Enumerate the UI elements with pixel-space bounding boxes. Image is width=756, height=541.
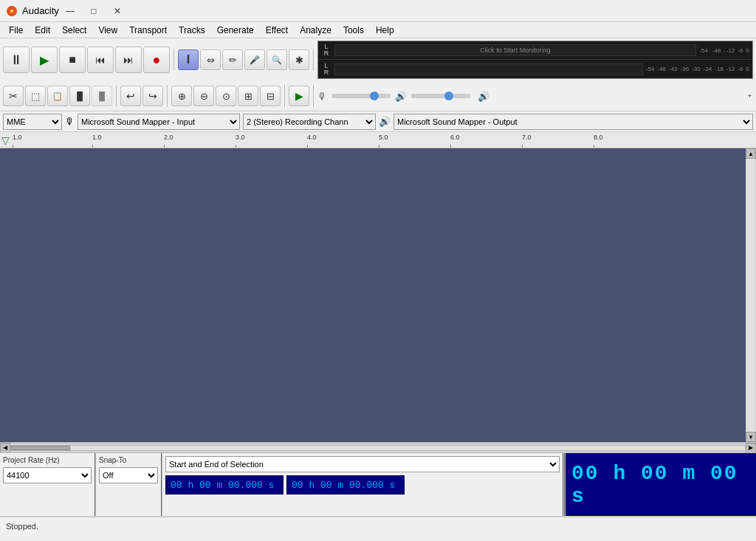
multi-tool[interactable]: ✱ (289, 49, 309, 70)
ruler-tick-2 (164, 145, 165, 148)
sel-inputs: 00 h 00 m 00.000 s 00 h 00 m 00.000 s (165, 475, 560, 495)
ruler-label-4: 4.0 (307, 134, 317, 141)
input-device-select[interactable]: Microsoft Sound Mapper - Input (78, 114, 240, 130)
menu-select[interactable]: Select (56, 22, 92, 38)
pause-button[interactable]: ⏸ (3, 46, 30, 73)
menu-file[interactable]: File (3, 22, 29, 38)
paste-button[interactable]: 📋 (47, 86, 68, 106)
menu-edit[interactable]: Edit (29, 22, 56, 38)
ruler-label-1: 1.0 (92, 134, 102, 141)
playback-meter-scale: -54 -48 -42 -36 -30 -24 -18 -12 -6 0 (646, 66, 749, 72)
scroll-h-track[interactable] (10, 445, 746, 451)
record-meter-bar[interactable]: Click to Start Monitoring (334, 44, 696, 56)
host-select[interactable]: MME (3, 114, 62, 130)
mic-icon: 🎙 (317, 91, 327, 102)
playback-meter-label: LR (321, 63, 331, 76)
redo-button[interactable]: ↪ (142, 86, 163, 106)
selection-bar: Project Rate (Hz) 44100 Snap-To Off Star… (0, 453, 756, 517)
big-time-value: 00 h 00 m 00 s (571, 462, 750, 508)
silence-button[interactable]: ▐▌ (92, 86, 112, 106)
mic-volume-slider[interactable] (331, 94, 391, 98)
mic-device-icon: 🎙 (65, 116, 75, 127)
ruler-tick-5 (379, 145, 379, 148)
play2-button[interactable]: ▶ (289, 86, 309, 106)
zoom-fit-button[interactable]: ⊞ (238, 86, 258, 106)
ruler-tick-3 (236, 145, 236, 148)
vertical-scrollbar[interactable]: ▲ ▼ (746, 148, 756, 442)
scroll-h-thumb[interactable] (11, 446, 70, 450)
minimize-button[interactable]: — (59, 4, 81, 18)
playback-meter-bar[interactable] (334, 63, 643, 75)
scroll-right-arrow[interactable]: ▶ (746, 443, 756, 453)
playback-slider-thumb[interactable] (444, 92, 453, 100)
status-bar: Stopped. (0, 517, 756, 534)
scroll-left-arrow[interactable]: ◀ (0, 443, 10, 453)
envelope-tool[interactable]: ⇔ (200, 49, 221, 70)
menu-effect[interactable]: Effect (260, 22, 294, 38)
menu-tools[interactable]: Tools (337, 22, 370, 38)
window-controls: — □ ✕ (59, 4, 128, 18)
close-button[interactable]: ✕ (106, 4, 128, 18)
menu-view[interactable]: View (92, 22, 123, 38)
zoom-in-button[interactable]: ⊕ (171, 86, 192, 106)
cut-button[interactable]: ✂ (3, 86, 24, 106)
separator6 (313, 85, 314, 107)
pencil-tool[interactable]: ✏ (222, 49, 243, 70)
menu-tracks[interactable]: Tracks (173, 22, 211, 38)
zoom-tog-button[interactable]: ⊟ (260, 86, 281, 106)
copy-button[interactable]: ⬚ (25, 86, 46, 106)
output-device-select[interactable]: Microsoft Sound Mapper - Output (394, 114, 753, 130)
end-time-display[interactable]: 00 h 00 m 00.000 s (286, 475, 405, 495)
cursor-arrow: ▽ (0, 134, 13, 146)
scroll-up-arrow[interactable]: ▲ (746, 148, 756, 159)
playback-volume-slider[interactable] (411, 94, 470, 98)
ruler-tick-6 (450, 145, 451, 148)
project-rate-section: Project Rate (Hz) 44100 (0, 453, 96, 516)
snap-select[interactable]: Off (99, 467, 158, 483)
vol-max-icon: 🔊 (478, 91, 489, 102)
app-title: Audacity (22, 5, 59, 16)
app-icon (6, 5, 18, 17)
mic-tool[interactable]: 🎤 (244, 49, 265, 70)
ruler-label-start: 1.0 (13, 134, 22, 141)
combined-toolbar: ⏸ ▶ ■ ⏮ ⏭ ● I ⇔ ✏ 🎤 🔍 ✱ LR Click to Star… (0, 38, 756, 111)
timeline-ruler: ▽ 1.0 1.0 2.0 3.0 4.0 5.0 6.0 7.0 8.0 (0, 132, 756, 148)
scroll-down-arrow[interactable]: ▼ (746, 432, 756, 442)
zoom-sel-button[interactable]: ⊙ (216, 86, 236, 106)
zoom-out-button[interactable]: ⊖ (193, 86, 214, 106)
play-button[interactable]: ▶ (31, 46, 58, 73)
scroll-v-track[interactable] (746, 159, 755, 432)
trim-button[interactable]: ▐▌ (69, 86, 90, 106)
monitor-label: Click to Start Monitoring (480, 46, 551, 54)
menu-transport[interactable]: Transport (123, 22, 173, 38)
ruler-label-8: 8.0 (594, 134, 603, 141)
selection-mode-select[interactable]: Start and End of Selection (165, 456, 560, 472)
maximize-button[interactable]: □ (83, 4, 105, 18)
stop-button[interactable]: ■ (59, 46, 86, 73)
record-button[interactable]: ● (143, 46, 170, 73)
big-time-display: 00 h 00 m 00 s (564, 453, 756, 516)
menu-generate[interactable]: Generate (211, 22, 260, 38)
zoom-tool[interactable]: 🔍 (267, 49, 287, 70)
ruler[interactable]: 1.0 1.0 2.0 3.0 4.0 5.0 6.0 7.0 8.0 (13, 132, 756, 148)
undo-button[interactable]: ↩ (120, 86, 141, 106)
skip-start-button[interactable]: ⏮ (87, 46, 114, 73)
horizontal-scrollbar[interactable]: ◀ ▶ (0, 442, 756, 452)
track-area[interactable]: ▲ ▼ (0, 148, 756, 442)
status-text: Stopped. (6, 522, 38, 531)
ruler-label-6: 6.0 (450, 134, 460, 141)
record-meter-label: LR (321, 44, 331, 57)
playback-meter-row: LR -54 -48 -42 -36 -30 -24 -18 -12 -6 0 (318, 60, 752, 78)
menu-analyze[interactable]: Analyze (294, 22, 337, 38)
channels-select[interactable]: 2 (Stereo) Recording Chann (243, 114, 376, 130)
select-tool[interactable]: I (178, 49, 199, 70)
selection-section: Start and End of Selection 00 h 00 m 00.… (162, 453, 564, 516)
start-time-display[interactable]: 00 h 00 m 00.000 s (165, 475, 284, 495)
mic-slider-thumb[interactable] (370, 92, 379, 100)
ruler-tick-7 (522, 145, 523, 148)
menu-bar: File Edit Select View Transport Tracks G… (0, 22, 756, 38)
snap-to-label: Snap-To (99, 456, 158, 464)
project-rate-select[interactable]: 44100 (3, 467, 92, 483)
skip-end-button[interactable]: ⏭ (115, 46, 142, 73)
menu-help[interactable]: Help (370, 22, 400, 38)
